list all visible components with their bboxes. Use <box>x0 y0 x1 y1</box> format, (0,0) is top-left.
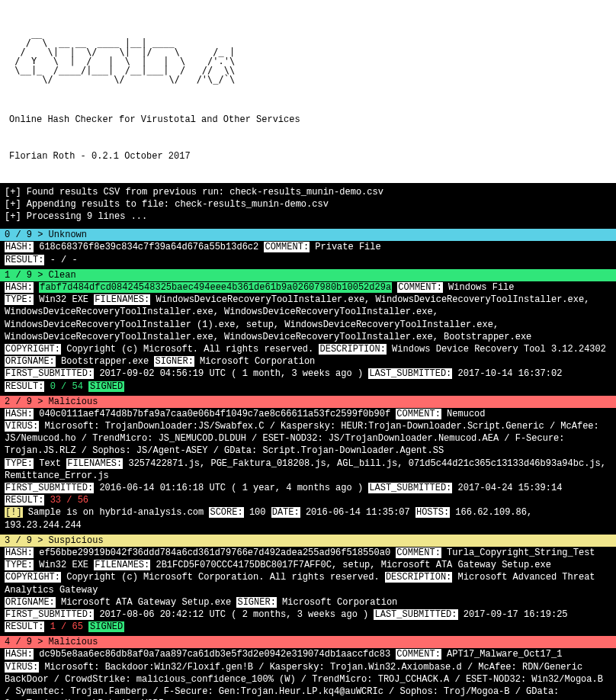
run-lines: [+] Found results CSV from previous run:… <box>0 183 616 230</box>
field-label: TYPE: <box>5 458 34 469</box>
field-label: DESCRIPTION: <box>319 344 386 355</box>
last-submitted-value: 2017-04-24 15:39:14 <box>458 483 563 493</box>
field-label: HASH: <box>5 242 34 252</box>
entry-block: HASH: ef56bbe29919b042f36ddd784a6cd361d7… <box>0 547 616 636</box>
field-label: RESULT: <box>5 495 44 506</box>
field-label: HASH: <box>5 649 34 660</box>
field-label: FIRST_SUBMITTED: <box>5 609 94 620</box>
entry-block: HASH: 618c68376f8e39c834c7f39a64d676a55b… <box>0 241 616 268</box>
ascii-art: __ / \ __ __ ____ |__| ____ / \| | \/ \|… <box>9 29 607 84</box>
entry-block: HASH: fabf7d484dfcd08424548325baec494eee… <box>0 281 616 396</box>
date-value: 2016-06-14 11:35:07 <box>306 507 410 518</box>
run-line: [+] Appending results to file: check-res… <box>5 198 611 210</box>
banner: __ / \ __ __ ____ |__| ____ / \| | \/ \|… <box>0 0 616 183</box>
field-label: RESULT: <box>5 255 44 265</box>
signer-value: Microsoft Corporation <box>200 356 315 367</box>
first-submitted-value: 2017-09-02 04:56:19 UTC ( 1 month, 3 wee… <box>99 368 363 379</box>
field-label: LAST_SUBMITTED: <box>368 368 452 379</box>
origname-value: Bootstrapper.exe <box>61 356 149 367</box>
comment-value: Turla_Copyright_String_Test <box>447 547 595 558</box>
field-label: HASH: <box>5 547 34 558</box>
hash-value: 040c0111aef474d8b7bfa9a7caa0e06b4f1049c7… <box>39 409 390 419</box>
field-label: SCORE: <box>209 507 243 518</box>
score-value: 100 <box>249 507 266 518</box>
signed-tag: SIGNED <box>88 621 124 632</box>
entry-block: HASH: dc9b5e8aa6ec86db8af0a7aa897ca61db3… <box>0 648 616 700</box>
hash-value: dc9b5e8aa6ec86db8af0a7aa897ca61db3e5f3d2… <box>39 649 390 660</box>
entry-block: HASH: 040c0111aef474d8b7bfa9a7caa0e06b4f… <box>0 408 616 535</box>
type-value: Text <box>39 458 61 469</box>
field-label: TYPE: <box>5 294 34 305</box>
origname-value: Microsoft ATA Gateway Setup.exe <box>61 597 231 608</box>
field-label: VIRUS: <box>5 421 39 432</box>
type-value: Win32 EXE <box>39 294 88 305</box>
field-label: HOSTS: <box>415 507 450 518</box>
hybrid-text: Sample is on hybrid-analysis.com <box>23 507 210 518</box>
entry-header: 0 / 9 > Unknown <box>0 229 616 241</box>
field-label: RESULT: <box>5 621 44 632</box>
field-label: SIGNER: <box>236 597 276 608</box>
last-submitted-value: 2017-09-17 16:19:25 <box>464 609 568 620</box>
copyright-value: Copyright (c) Microsoft. All rights rese… <box>66 344 313 355</box>
signer-value: Microsoft Corporation <box>282 597 397 608</box>
field-label: SIGNER: <box>154 356 194 367</box>
comment-value: Nemucod <box>447 409 485 419</box>
field-label: ORIGNAME: <box>5 597 56 608</box>
field-label: DESCRIPTION: <box>385 572 452 583</box>
bang-icon: [!] <box>5 507 23 518</box>
first-submitted-value: 2016-06-14 01:16:18 UTC ( 1 year, 4 mont… <box>99 483 363 493</box>
terminal-output: [+] Found results CSV from previous run:… <box>0 183 616 700</box>
banner-author: Florian Roth - 0.2.1 October 2017 <box>9 150 607 162</box>
field-label: COMMENT: <box>397 282 443 293</box>
comment-value: Windows File <box>448 282 514 293</box>
field-label: TYPE: <box>5 560 34 570</box>
field-label: DATE: <box>271 507 300 518</box>
result-value: 1 / 65 <box>50 621 83 632</box>
description-value: Windows Device Recovery Tool 3.12.24302 <box>392 344 606 355</box>
result-value: - / - <box>50 255 78 265</box>
field-label: COMMENT: <box>396 649 441 660</box>
result-value: 0 / 54 <box>50 381 83 392</box>
filenames-value: 2B1FCD5F070CCC4175DBC8017F7AFF0C, setup,… <box>156 560 550 570</box>
field-label: FILENAMES: <box>94 560 150 570</box>
field-label: RESULT: <box>5 381 44 392</box>
field-label: FILENAMES: <box>66 458 123 469</box>
field-label: COMMENT: <box>396 409 441 419</box>
hash-value: 618c68376f8e39c834c7f39a64d676a55b13d6c2 <box>39 242 258 252</box>
entry-header: 1 / 9 > Clean <box>0 269 616 281</box>
field-label: LAST_SUBMITTED: <box>368 483 452 493</box>
result-value: 33 / 56 <box>50 495 88 506</box>
type-value: Win32 EXE <box>39 560 88 570</box>
field-label: VIRUS: <box>5 662 39 673</box>
virus-value: Microsoft: TrojanDownloader:JS/Swabfex.C… <box>5 421 605 456</box>
field-label: COPYRIGHT: <box>5 572 61 583</box>
first-submitted-value: 2017-08-06 20:42:12 UTC ( 2 months, 3 we… <box>99 609 368 620</box>
signed-tag: SIGNED <box>88 381 124 392</box>
entry-header: 2 / 9 > Malicious <box>0 396 616 408</box>
hash-value: fabf7d484dfcd08424548325baec494eee4b361d… <box>39 282 392 293</box>
entry-header: 4 / 9 > Malicious <box>0 636 616 648</box>
field-label: HASH: <box>5 409 34 419</box>
run-line: [+] Processing 9 lines ... <box>5 210 611 223</box>
virus-value: Microsoft: Backdoor:Win32/Floxif.gen!B /… <box>5 662 608 700</box>
entry-header: 3 / 9 > Suspicious <box>0 535 616 547</box>
field-label: ORIGNAME: <box>5 356 56 367</box>
field-label: COMMENT: <box>264 242 310 252</box>
field-label: LAST_SUBMITTED: <box>374 609 457 620</box>
banner-subtitle: Online Hash Checker for Virustotal and O… <box>9 114 607 126</box>
field-label: FILENAMES: <box>94 294 150 305</box>
run-line: [+] Found results CSV from previous run:… <box>5 186 611 198</box>
field-label: FIRST_SUBMITTED: <box>5 483 94 493</box>
hash-value: ef56bbe29919b042f36ddd784a6cd361d79766e7… <box>39 547 390 558</box>
entries-container: 0 / 9 > UnknownHASH: 618c68376f8e39c834c… <box>0 229 616 700</box>
field-label: FIRST_SUBMITTED: <box>5 368 94 379</box>
field-label: HASH: <box>5 282 34 293</box>
field-label: COPYRIGHT: <box>5 344 61 355</box>
comment-value: Private File <box>315 242 380 252</box>
comment-value: APT17_Malware_Oct17_1 <box>447 649 562 660</box>
field-label: COMMENT: <box>396 547 441 558</box>
copyright-value: Copyright (c) Microsoft Corporation. All… <box>66 572 379 583</box>
last-submitted-value: 2017-10-14 16:37:02 <box>458 368 563 379</box>
